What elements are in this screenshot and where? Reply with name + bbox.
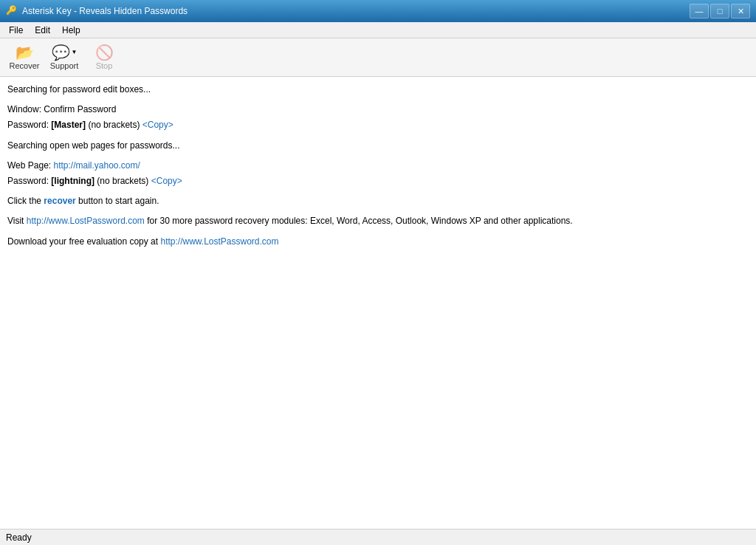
stop-label: Stop xyxy=(96,61,113,70)
status-text: Ready xyxy=(6,532,32,543)
title-bar-buttons: — □ ✕ xyxy=(690,4,750,18)
content-area: Searching for password edit boxes... Win… xyxy=(0,77,756,529)
toolbar: 📂 Recover 💬 ▼ Support 🚫 Stop xyxy=(0,38,756,77)
content-line-1: Searching for password edit boxes... xyxy=(7,83,749,97)
menu-bar: File Edit Help xyxy=(0,22,756,38)
content-line-7: Web Page: http://mail.yahoo.com/ xyxy=(7,159,749,173)
maximize-button[interactable]: □ xyxy=(710,4,729,18)
minimize-button[interactable]: — xyxy=(690,4,709,18)
status-bar: Ready xyxy=(0,529,756,545)
recover-label: Recover xyxy=(10,61,40,70)
menu-file[interactable]: File xyxy=(3,24,29,37)
recover-button[interactable]: 📂 Recover xyxy=(6,41,43,74)
content-line-10: Click the recover button to start again. xyxy=(7,194,749,208)
title-bar-text: Asterisk Key - Reveals Hidden Passwords xyxy=(22,6,690,16)
lostpassword-link-1[interactable]: http://www.LostPassword.com xyxy=(27,216,145,226)
support-label: Support xyxy=(50,61,79,70)
yahoo-mail-link[interactable]: http://mail.yahoo.com/ xyxy=(53,160,140,171)
copy-lightning-link[interactable]: <Copy> xyxy=(151,176,182,186)
app-icon: 🔑 xyxy=(6,5,18,17)
support-button[interactable]: 💬 ▼ Support xyxy=(46,41,83,74)
title-bar: 🔑 Asterisk Key - Reveals Hidden Password… xyxy=(0,0,756,22)
recover-again-link[interactable]: recover xyxy=(44,196,75,206)
close-button[interactable]: ✕ xyxy=(731,4,750,18)
stop-button: 🚫 Stop xyxy=(86,41,123,74)
content-line-8: Password: [lightning] (no brackets) <Cop… xyxy=(7,174,749,188)
support-dropdown-arrow: ▼ xyxy=(72,49,78,55)
stop-icon: 🚫 xyxy=(95,45,114,60)
copy-master-link[interactable]: <Copy> xyxy=(142,120,173,130)
content-line-5: Searching open web pages for passwords..… xyxy=(7,139,749,153)
content-line-3: Password: [Master] (no brackets) <Copy> xyxy=(7,118,749,132)
content-line-14: Download your free evaluation copy at ht… xyxy=(7,235,749,249)
content-line-12: Visit http://www.LostPassword.com for 30… xyxy=(7,214,749,228)
menu-help[interactable]: Help xyxy=(56,24,86,37)
lostpassword-link-2[interactable]: http://www.LostPassword.com xyxy=(160,236,278,247)
support-icon: 💬 ▼ xyxy=(52,45,78,60)
recover-icon: 📂 xyxy=(16,45,34,60)
menu-edit[interactable]: Edit xyxy=(29,24,56,37)
content-line-2: Window: Confirm Password xyxy=(7,103,749,117)
